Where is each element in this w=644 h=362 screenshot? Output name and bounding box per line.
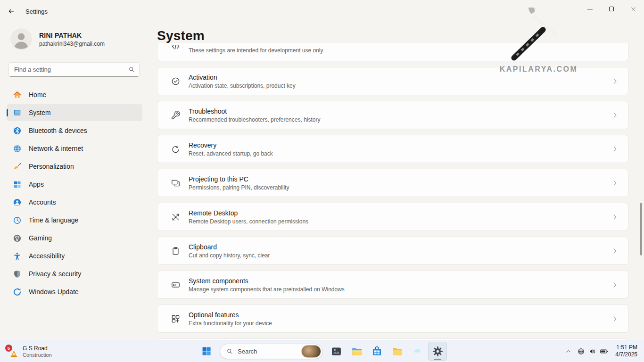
settings-item-subtitle: These settings are intended for developm…: [189, 47, 323, 54]
folder-icon: [391, 346, 403, 357]
chevron-right-icon: [611, 78, 619, 85]
sidebar-item-label: Accounts: [29, 198, 56, 206]
apps-icon: [13, 180, 22, 189]
search-icon: [226, 348, 233, 355]
scrollbar-thumb[interactable]: [640, 203, 642, 255]
settings-list: These settings are intended for developm…: [157, 43, 628, 333]
settings-item-optional-features[interactable]: Optional features Extra functionality fo…: [157, 304, 628, 333]
chevron-right-icon: [611, 112, 619, 119]
remote-icon: [171, 212, 181, 222]
search-input[interactable]: [8, 62, 140, 77]
system-tray: 1:51 PM 4/7/2025: [562, 340, 643, 362]
sidebar-item-gaming[interactable]: Gaming: [7, 230, 142, 247]
sidebar-item-windows-update[interactable]: Windows Update: [7, 283, 142, 300]
close-button[interactable]: [622, 0, 644, 18]
settings-item-projecting[interactable]: Projecting to this PC Permissions, pairi…: [157, 169, 628, 197]
optional-icon: [171, 314, 181, 324]
taskbar-app-edge[interactable]: [408, 342, 427, 361]
titlebar: Settings: [0, 0, 644, 23]
sidebar-item-time-language[interactable]: Time & language: [7, 212, 142, 229]
gaming-icon: [13, 234, 22, 243]
sidebar-item-privacy-security[interactable]: Privacy & security: [7, 265, 142, 282]
developers-icon: [171, 45, 181, 52]
chevron-right-icon: [611, 146, 619, 153]
settings-item-subtitle: Activation state, subscriptions, product…: [189, 82, 296, 89]
settings-item-title: Activation: [189, 74, 296, 81]
settings-item-title: Clipboard: [189, 243, 270, 251]
taskbar-app-photos[interactable]: [327, 342, 346, 361]
settings-item-subtitle: Permissions, pairing PIN, discoverabilit…: [189, 184, 289, 191]
chevron-right-icon: [611, 315, 619, 322]
sidebar-item-apps[interactable]: Apps: [7, 176, 142, 193]
troubleshoot-icon: [171, 110, 181, 120]
maximize-button[interactable]: [601, 0, 622, 18]
settings-item-clipboard[interactable]: Clipboard Cut and copy history, sync, cl…: [157, 237, 628, 265]
sidebar-item-label: Apps: [29, 181, 44, 188]
clock-button[interactable]: 1:51 PM 4/7/2025: [611, 342, 643, 361]
settings-item-subtitle: Recommended troubleshooters, preferences…: [189, 116, 320, 123]
chevron-up-icon: [565, 348, 571, 354]
clock-date: 4/7/2025: [615, 351, 637, 358]
user-profile[interactable]: RINI PATHAK pathakrini343@gmail.com: [0, 23, 149, 50]
close-icon: [631, 7, 636, 12]
settings-item-subtitle: Cut and copy history, sync, clear: [189, 252, 270, 259]
sidebar-item-home[interactable]: Home: [7, 86, 142, 103]
sidebar-item-label: Windows Update: [29, 288, 79, 296]
widget-subtitle: Construction: [23, 352, 52, 358]
chevron-right-icon: [611, 247, 619, 255]
bluetooth-icon: [13, 126, 22, 135]
settings-item-subtitle: Reset, advanced startup, go back: [189, 150, 273, 157]
sidebar-item-label: Gaming: [29, 234, 52, 242]
personalization-icon: [13, 162, 22, 171]
settings-item-troubleshoot[interactable]: Troubleshoot Recommended troubleshooters…: [157, 101, 628, 129]
weather-widget-icon: 5: [6, 345, 18, 358]
tray-status-button[interactable]: [574, 342, 611, 361]
settings-item-activation[interactable]: Activation Activation state, subscriptio…: [157, 67, 628, 95]
taskbar-app-file-explorer[interactable]: [347, 342, 366, 361]
taskbar-app-settings[interactable]: [428, 342, 447, 361]
settings-item-text: Optional features Extra functionality fo…: [189, 311, 272, 327]
page-title: System: [157, 28, 644, 43]
settings-item-subtitle: Manage system components that are preins…: [189, 286, 345, 293]
app-title: Settings: [25, 8, 48, 15]
minimize-button[interactable]: [579, 0, 601, 18]
settings-item-text: System components Manage system componen…: [189, 277, 345, 293]
windows-logo-icon: [201, 346, 212, 356]
user-info: RINI PATHAK pathakrini343@gmail.com: [39, 32, 105, 47]
sidebar-item-label: Time & language: [29, 216, 78, 224]
sidebar-item-accessibility[interactable]: Accessibility: [7, 247, 142, 264]
settings-item-subtitle: Remote Desktop users, connection permiss…: [189, 218, 308, 225]
search-highlight-image[interactable]: [301, 345, 321, 358]
sidebar-item-label: Privacy & security: [29, 270, 81, 278]
taskbar-search[interactable]: Search: [220, 344, 323, 359]
hidden-icons-button[interactable]: [562, 342, 574, 361]
sidebar-nav: Home System Bluetooth & devices Network …: [0, 86, 149, 300]
settings-item-title: Troubleshoot: [189, 107, 320, 115]
sidebar-item-label: Accessibility: [29, 252, 65, 260]
sidebar-item-system[interactable]: System: [7, 104, 142, 121]
sidebar-item-bluetooth-devices[interactable]: Bluetooth & devices: [7, 122, 142, 139]
back-button[interactable]: [3, 3, 20, 19]
privacy-icon: [13, 270, 22, 279]
settings-item-remote-desktop[interactable]: Remote Desktop Remote Desktop users, con…: [157, 203, 628, 231]
settings-item-developers-partial[interactable]: These settings are intended for developm…: [157, 43, 628, 61]
store-icon: [371, 346, 383, 357]
gear-icon: [432, 346, 444, 357]
settings-item-recovery[interactable]: Recovery Reset, advanced startup, go bac…: [157, 135, 628, 163]
sidebar-item-accounts[interactable]: Accounts: [7, 194, 142, 211]
start-button[interactable]: [197, 342, 216, 361]
chevron-right-icon: [611, 281, 619, 288]
widgets-button[interactable]: 5 G S Road Construction: [2, 342, 58, 361]
projecting-icon: [171, 178, 181, 188]
chevron-right-icon: [611, 180, 619, 187]
taskbar-app-folder[interactable]: [388, 342, 406, 361]
settings-item-system-components[interactable]: System components Manage system componen…: [157, 271, 628, 299]
widget-title: G S Road: [23, 345, 52, 352]
system-icon: [13, 108, 22, 117]
back-arrow-icon: [8, 8, 15, 15]
sidebar-item-network-internet[interactable]: Network & internet: [7, 140, 142, 157]
taskbar-center: Search: [197, 342, 447, 361]
settings-item-text: Activation Activation state, subscriptio…: [189, 74, 296, 89]
sidebar-item-personalization[interactable]: Personalization: [7, 158, 142, 175]
taskbar-app-store[interactable]: [367, 342, 386, 361]
